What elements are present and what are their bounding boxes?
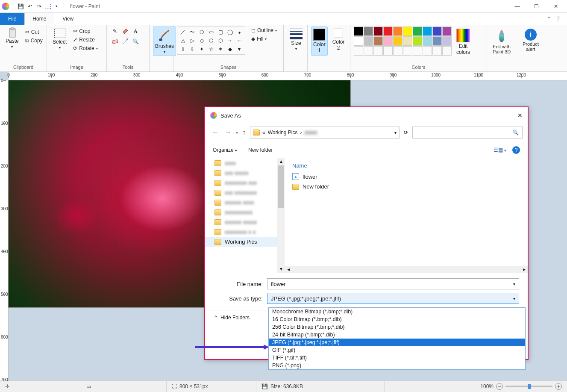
size-button[interactable]: Size ▾ [287, 27, 305, 53]
eyedropper-icon[interactable] [120, 37, 130, 46]
dd-option-mono-bmp[interactable]: Monochrome Bitmap (*.bmp;*.dib) [269, 308, 525, 315]
qat-save-icon[interactable]: 💾 [17, 3, 24, 10]
image-group-label: Image [50, 62, 103, 71]
up-button[interactable]: ↑ [241, 127, 247, 138]
zoom-in-button[interactable]: + [555, 383, 562, 390]
filename-label: File name: [214, 281, 267, 287]
cut-button[interactable]: ✂Cut [24, 28, 44, 36]
chevron-down-icon[interactable]: ▾ [513, 282, 515, 286]
dd-option-png[interactable]: PNG (*.png) [269, 362, 525, 369]
status-bar: ✛ ▭ ⛶800 × 531px 💾Size: 636.8KB 100% − + [0, 380, 567, 392]
chevron-right-icon: › [300, 130, 302, 136]
dd-option-24-bmp[interactable]: 24-bit Bitmap (*.bmp;*.dib) [269, 331, 525, 339]
close-button[interactable]: ✕ [546, 0, 565, 13]
text-icon[interactable]: A [131, 27, 140, 36]
qat-undo-icon[interactable]: ↶ [26, 3, 34, 10]
dialog-close-button[interactable]: ✕ [517, 112, 523, 119]
help-icon[interactable]: ❔ [555, 16, 561, 22]
zoom-slider[interactable] [505, 386, 552, 387]
breadcrumb-overflow[interactable]: « [262, 130, 265, 136]
maximize-button[interactable]: ☐ [527, 0, 546, 13]
search-icon: 🔍 [512, 130, 519, 136]
clipboard-icon [8, 29, 16, 37]
ruler-horizontal: 0100200300400500600700800900100011001200 [9, 72, 567, 80]
eraser-icon[interactable] [110, 37, 120, 46]
crop-button[interactable]: ✂Crop [71, 27, 99, 35]
zoom-out-button[interactable]: − [496, 383, 503, 390]
folder-tree[interactable]: xxxx xxx xxxxx xxxxxxxx xxx xxx xxxxxxxx… [205, 158, 285, 273]
refresh-button[interactable]: ⟳ [402, 128, 410, 137]
color-palette[interactable] [354, 27, 452, 56]
svg-rect-1 [11, 28, 14, 30]
bucket-icon[interactable] [120, 27, 130, 36]
product-alert-button[interactable]: i Product alert [520, 27, 541, 54]
shapes-gallery[interactable]: ／〜⬡▭▢◯⬥ △▷◇⬠⬡→← ⇧⇩✦☆✶◆▾ [178, 28, 244, 53]
edit-colors-button[interactable]: Edit colors [454, 27, 472, 57]
dd-option-gif[interactable]: GIF (*.gif) [269, 346, 525, 354]
save-as-dialog: Save As ✕ ← → ▾ ↑ « Working Pics › xxxxx… [204, 106, 529, 360]
rotate-button[interactable]: ⟳Rotate▾ [71, 44, 99, 52]
copy-icon: ⧉ [25, 38, 29, 44]
folder-icon [292, 184, 299, 190]
qat-select-icon[interactable] [45, 4, 51, 9]
file-list[interactable]: Name ▲ flower New folder ◂ ▸ [285, 158, 528, 273]
search-input[interactable]: 🔍 [412, 127, 523, 139]
chevron-up-icon: ⌃ [214, 315, 218, 321]
breadcrumb-item[interactable]: Working Pics [268, 130, 298, 136]
ribbon: Paste ▾ ✂Cut ⧉Copy Clipboard Select ▾ ✂C… [0, 25, 567, 72]
group-size: Size ▾ [284, 25, 308, 71]
organize-menu[interactable]: Organize ▾ [213, 147, 237, 153]
tab-home[interactable]: Home [24, 13, 54, 25]
clipboard-group-label: Clipboard [3, 62, 43, 71]
paint3d-icon [496, 29, 508, 43]
minimize-button[interactable]: — [508, 0, 527, 13]
dd-option-256-bmp[interactable]: 256 Color Bitmap (*.bmp;*.dib) [269, 323, 525, 331]
magnifier-icon[interactable]: 🔍 [131, 37, 140, 46]
dd-option-16-bmp[interactable]: 16 Color Bitmap (*.bmp;*.dib) [269, 315, 525, 323]
fill-icon: ◆ [251, 36, 255, 42]
qat-redo-icon[interactable]: ↷ [35, 3, 43, 10]
color1-button[interactable]: Color 1 [311, 27, 328, 56]
recent-button[interactable]: ▾ [236, 130, 238, 135]
ribbon-collapse-icon[interactable]: ⌃ [547, 16, 551, 22]
group-active-colors: Color 1 Color 2 [308, 25, 350, 71]
breadcrumb-bar[interactable]: « Working Pics › xxxxx ▾ [250, 127, 400, 139]
tree-item-working-pics[interactable]: Working Pics [205, 237, 285, 247]
brushes-button[interactable]: Brushes ▾ [153, 27, 176, 56]
savetype-combo[interactable]: JPEG (*.jpg;*.jpeg;*.jpe;*.jfif) ▾ [267, 293, 519, 304]
filename-input[interactable]: flower ▾ [267, 278, 519, 289]
paste-button[interactable]: Paste ▾ [3, 27, 21, 51]
resize-button[interactable]: ⤢Resize [71, 36, 99, 44]
shape-fill-button[interactable]: ◆Fill▾ [250, 35, 279, 43]
selection-icon: ▭ [86, 383, 91, 389]
chevron-down-icon[interactable]: ▾ [513, 296, 515, 301]
dialog-help-button[interactable]: ? [512, 146, 520, 154]
pencil-icon[interactable]: ✎ [110, 27, 120, 36]
tree-scrollbar[interactable]: ▴ ▾ [277, 158, 285, 273]
group-paint3d: Edit with Paint 3D [487, 25, 517, 71]
qat-dropdown-icon[interactable]: ▾ [53, 3, 60, 10]
dd-option-tiff[interactable]: TIFF (*.tif;*.tiff) [269, 354, 525, 362]
copy-button[interactable]: ⧉Copy [24, 37, 44, 44]
paint3d-button[interactable]: Edit with Paint 3D [491, 27, 513, 56]
column-name-header[interactable]: Name [292, 162, 520, 171]
rotate-icon: ⟳ [73, 45, 77, 51]
forward-button[interactable]: → [223, 127, 233, 138]
file-list-hscrollbar[interactable]: ◂ ▸ [285, 266, 528, 273]
tab-view[interactable]: View [54, 13, 82, 25]
select-button[interactable]: Select ▾ [50, 27, 69, 52]
back-button[interactable]: ← [210, 127, 220, 138]
shape-outline-button[interactable]: ◻Outline▾ [250, 27, 279, 34]
view-mode-button[interactable]: ☰▤ ▾ [494, 147, 506, 153]
dd-option-jpeg[interactable]: JPEG (*.jpg;*.jpeg;*.jpe;*.jfif) [269, 339, 525, 346]
new-folder-button[interactable]: New folder [248, 147, 273, 153]
svg-marker-2 [123, 29, 128, 34]
image-file-icon: ▲ [292, 173, 299, 180]
file-row-new-folder[interactable]: New folder [292, 182, 520, 192]
file-row-flower[interactable]: ▲ flower [292, 171, 520, 182]
tab-file[interactable]: File [0, 13, 24, 25]
color2-button[interactable]: Color 2 [330, 27, 347, 53]
hide-folders-toggle[interactable]: ⌃Hide Folders [214, 315, 250, 321]
chevron-down-icon: ▾ [59, 46, 61, 50]
color1-swatch [313, 29, 325, 41]
